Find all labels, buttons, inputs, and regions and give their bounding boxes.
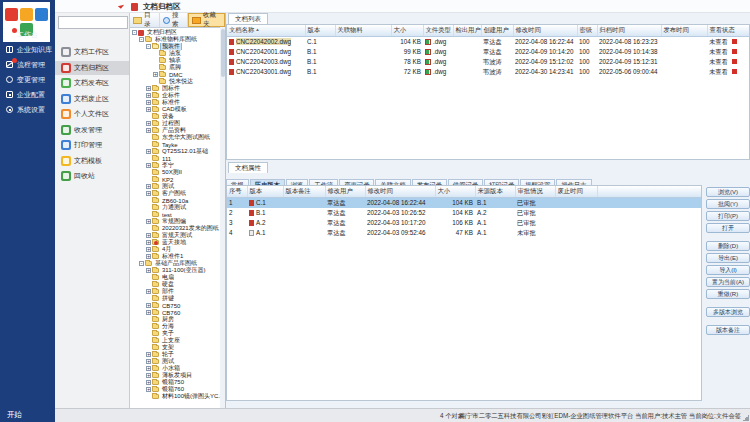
tree-expand-icon[interactable]: + [146,366,151,371]
tree-collapse-icon[interactable]: - [146,44,151,49]
tree-node[interactable]: +CB760 [130,309,220,316]
column-header-checkout[interactable]: 检出用户 [453,25,481,37]
tree-node[interactable]: +标准件 [130,99,220,106]
history-column-time[interactable]: 修改时间 [365,186,435,198]
column-header-level[interactable]: 密级 [577,25,597,37]
history-button-5[interactable]: 删除(D) [706,241,750,251]
tree-node[interactable]: +银箱760 [130,386,220,393]
tree-expand-icon[interactable]: + [146,247,151,252]
column-header-name[interactable]: 文档名称▲ [227,25,305,37]
tree-node[interactable]: 油泵 [130,50,220,57]
tree-node[interactable]: 厨房 [130,316,220,323]
tree-expand-icon[interactable]: + [146,303,151,308]
history-button-2[interactable]: 批阅(Y) [706,199,750,209]
tree-node[interactable]: +国标件 [130,85,220,92]
column-header-published[interactable]: 发布时间 [661,25,707,37]
tree-node[interactable]: 设备 [130,113,220,120]
tree-expand-icon[interactable]: + [146,149,151,154]
tree-node[interactable]: +富规天测试 [130,232,220,239]
history-column-approval[interactable]: 审批情况 [515,186,555,198]
column-header-material[interactable]: 关联物料 [335,25,391,37]
history-button-11[interactable]: 版本备注 [706,325,750,335]
column-header-version[interactable]: 版本 [305,25,335,37]
tree-node[interactable]: 力通测试 [130,204,220,211]
tree-node[interactable]: 底脚 [130,64,220,71]
tree-node[interactable]: +产品资料 [130,127,220,134]
history-column-end[interactable]: 废止时间 [555,186,597,198]
column-header-size[interactable]: 大小 [391,25,423,37]
sidebar-item-5[interactable]: 企业配置 [0,87,55,102]
nav-item-8[interactable]: 文档模板 [55,154,129,168]
tree-node[interactable]: +银箱750 [130,379,220,386]
tree-expand-icon[interactable]: + [153,72,158,77]
nav-item-5[interactable]: 个人文件区 [55,107,129,121]
history-button-4[interactable]: 打开 [706,223,750,233]
sidebar-item-4[interactable]: 变更管理 [0,72,55,87]
tree-node[interactable]: +企标件 [130,92,220,99]
tree-expand-icon[interactable]: + [146,121,151,126]
history-column-source[interactable]: 来源版本 [475,186,515,198]
column-header-view[interactable]: 查看状态 [707,25,750,37]
tree-node[interactable]: 上支座 [130,337,220,344]
file-row[interactable]: CNC22042003.dwgB.178 KB.dwg韦波涛2022-04-09… [227,57,750,67]
column-header-modified[interactable]: 修改时间 [513,25,577,37]
file-row[interactable]: CNC22042001.dwgB.199 KB.dwg覃达盘2022-04-09… [227,47,750,57]
tree-expand-icon[interactable]: + [146,219,151,224]
tree-node[interactable]: 夹子 [130,330,220,337]
tree-node[interactable]: +客户图纸 [130,190,220,197]
tree-toolbar-button-1[interactable]: 目录 [130,13,160,27]
tree-node[interactable]: 硬盘 [130,281,220,288]
history-column-note[interactable]: 版本备注 [283,186,325,198]
nav-item-4[interactable]: 文档废止区 [55,92,129,106]
nav-item-2[interactable]: 文档归档区 [55,61,129,75]
tree-node[interactable]: 悦来悦达 [130,78,220,85]
history-column-user[interactable]: 修改用户 [325,186,365,198]
tree-node[interactable]: -基础产品库图纸 [130,260,220,267]
nav-item-9[interactable]: 回收站 [55,169,129,183]
tree-node[interactable]: 50X测II [130,169,220,176]
tree-collapse-icon[interactable]: - [139,261,144,266]
nav-item-7[interactable]: 打印管理 [55,138,129,152]
tree-node[interactable]: +小水箱 [130,365,220,372]
tree-expand-icon[interactable]: + [146,268,151,273]
file-row[interactable]: CNC22042002.dwgC.1104 KB.dwg覃达盘2022-04-0… [227,37,750,48]
tree-expand-icon[interactable]: + [146,380,151,385]
history-row[interactable]: 3A.2覃达盘2022-04-03 10:17:20106 KBA.1已审批 [227,218,701,228]
column-header-type[interactable]: 文件类型 [423,25,453,37]
tree-node[interactable]: +蓝天接地 [130,239,220,246]
tree-expand-icon[interactable]: + [146,352,151,357]
tree-node[interactable]: +测试 [130,358,220,365]
tree-node[interactable]: 拼键 [130,295,220,302]
tree-node[interactable]: +常规图编 [130,218,220,225]
tree-expand-icon[interactable]: + [146,191,151,196]
column-header-creator[interactable]: 创建用户 [481,25,513,37]
start-button[interactable]: 开始 [0,408,55,422]
tree-scrollbar-thumb[interactable] [221,29,225,77]
tree-node[interactable]: Tayke [130,141,220,148]
sidebar-item-3[interactable]: 流程管理 [0,57,55,72]
tree-expand-icon[interactable]: + [146,128,151,133]
tree-node[interactable]: +过程图 [130,120,220,127]
tree-node[interactable]: +DMC [130,71,220,78]
tree-node[interactable]: +李宁 [130,162,220,169]
tree-collapse-icon[interactable]: - [132,30,137,35]
tree-node[interactable]: test [130,211,220,218]
sidebar-item-6[interactable]: 系统设置 [0,102,55,117]
tree-node[interactable]: -文档归档区 [130,29,220,36]
tree-expand-icon[interactable]: + [146,184,151,189]
tree-node[interactable]: KP2 [130,176,220,183]
tree-expand-icon[interactable]: + [146,233,151,238]
nav-item-6[interactable]: 收发管理 [55,123,129,137]
history-button-1[interactable]: 浏览(V) [706,187,750,197]
history-button-9[interactable]: 重做(R) [706,289,750,299]
tree-node[interactable]: +CB750 [130,302,220,309]
nav-search-input[interactable] [58,16,128,29]
tree-node[interactable]: +4月 [130,246,220,253]
tree-node[interactable]: 111 [130,155,220,162]
tree-expand-icon[interactable]: + [146,310,151,315]
tree-node[interactable]: 分海 [130,323,220,330]
history-button-8[interactable]: 置为当前(A) [706,277,750,287]
history-row[interactable]: 1C.1覃达盘2022-04-08 16:22:44104 KBB.1已审批 [227,198,701,209]
tree-node[interactable]: 材料100镜(弹图头YC.0 图纸 [130,393,220,400]
sidebar-item-2[interactable]: 企业知识库 [0,42,55,57]
